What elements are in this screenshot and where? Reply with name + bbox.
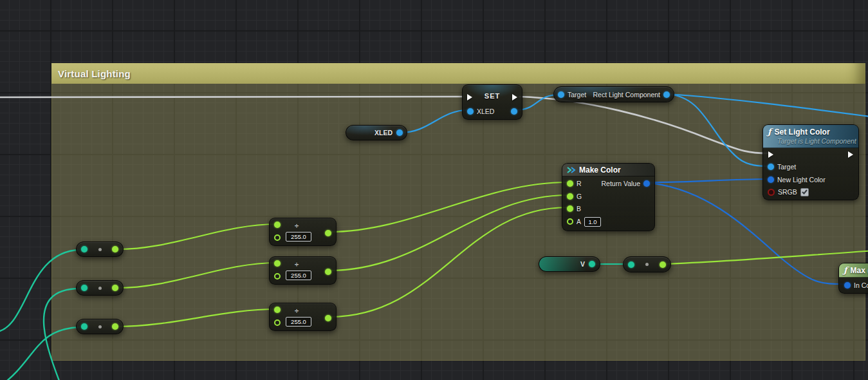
conversion-dot-icon — [98, 287, 102, 290]
b-pin[interactable] — [567, 205, 573, 212]
divide-icon: ÷ — [295, 261, 299, 267]
rect-light-pill-sheen — [554, 87, 674, 102]
set-xled-node[interactable]: SET XLED — [462, 84, 522, 120]
srgb-checkbox[interactable] — [800, 188, 809, 196]
xled-input-pin[interactable] — [467, 108, 474, 115]
srgb-pin[interactable] — [768, 189, 775, 196]
byte-input-pin[interactable] — [628, 261, 634, 268]
byte-input-pin[interactable] — [81, 323, 88, 330]
set-light-color-title: Set Light Color — [775, 128, 830, 137]
make-color-header: Make Color — [562, 164, 654, 176]
divide-node-3[interactable]: ÷ 255.0 — [269, 303, 337, 331]
g-pin[interactable] — [567, 193, 573, 200]
byte-input-pin[interactable] — [81, 285, 88, 291]
dividend-pin[interactable] — [274, 307, 281, 313]
result-pin[interactable] — [325, 230, 331, 236]
byte-to-float-conversion-node-2[interactable] — [76, 280, 124, 296]
r-label: R — [577, 180, 582, 187]
exec-out-pin[interactable] — [848, 151, 853, 158]
exec-out-pin[interactable] — [512, 94, 517, 100]
comment-box-virtual-lighting: Virtual Lighting — [51, 63, 865, 361]
byte-to-float-conversion-node-3[interactable] — [76, 319, 124, 334]
divisor-pin[interactable] — [274, 234, 281, 241]
g-label: G — [577, 193, 582, 200]
divide-node-2[interactable]: ÷ 255.0 — [269, 256, 337, 285]
rect-light-component-node[interactable]: Target Rect Light Component — [553, 86, 674, 102]
new-light-color-label: New Light Color — [777, 176, 826, 184]
v-variable-node[interactable]: V — [539, 256, 600, 272]
target-label: Target — [777, 163, 796, 171]
max-node[interactable]: ƒ Max ( In Col — [838, 263, 868, 294]
return-value-pin[interactable] — [643, 180, 650, 187]
in-color-label: In Col — [854, 281, 868, 289]
blueprint-graph-canvas[interactable]: Virtual Lighting SET — [0, 0, 868, 380]
conversion-dot-icon — [645, 263, 649, 266]
divisor-value-input[interactable]: 255.0 — [286, 271, 311, 280]
exec-in-pin[interactable] — [768, 151, 773, 158]
b-label: B — [577, 205, 581, 213]
result-pin[interactable] — [325, 315, 331, 321]
divisor-pin[interactable] — [274, 319, 281, 326]
byte-to-float-conversion-node-1[interactable] — [76, 242, 124, 257]
function-icon: ƒ — [768, 128, 771, 136]
byte-input-pin[interactable] — [81, 246, 88, 252]
make-color-title: Make Color — [579, 166, 621, 175]
xled-variable-node[interactable]: XLED — [346, 125, 407, 140]
divisor-value-input[interactable]: 255.0 — [286, 317, 311, 327]
a-value-input[interactable]: 1.0 — [584, 217, 601, 227]
make-color-node[interactable]: Make Color R Return Value G B A 1.0 — [562, 163, 655, 231]
dividend-pin[interactable] — [274, 222, 281, 228]
max-node-title: Max ( — [851, 266, 868, 275]
target-pin[interactable] — [768, 164, 774, 170]
set-light-color-subtitle: Target is Light Component — [777, 137, 856, 145]
r-pin[interactable] — [567, 180, 573, 187]
byte-to-float-conversion-node-4[interactable] — [623, 256, 671, 272]
divide-node-1[interactable]: ÷ 255.0 — [269, 218, 337, 246]
dividend-pin[interactable] — [274, 260, 281, 267]
float-output-pin[interactable] — [112, 246, 118, 252]
checkmark-icon — [802, 189, 808, 195]
xled-value-output-pin[interactable] — [511, 108, 517, 115]
new-light-color-pin[interactable] — [768, 176, 774, 183]
comment-title: Virtual Lighting — [58, 68, 131, 79]
comment-header[interactable]: Virtual Lighting — [51, 63, 865, 84]
divisor-value-input[interactable]: 255.0 — [286, 232, 311, 242]
float-output-pin[interactable] — [112, 285, 118, 291]
float-output-pin[interactable] — [112, 323, 118, 330]
conversion-dot-icon — [98, 248, 102, 251]
conversion-dot-icon — [98, 325, 102, 328]
set-light-color-node[interactable]: ƒ Set Light Color Target is Light Compon… — [762, 124, 859, 200]
function-icon: ƒ — [844, 266, 847, 274]
v-pill-sheen — [539, 257, 600, 271]
in-color-pin[interactable] — [844, 282, 851, 289]
divide-icon: ÷ — [295, 222, 299, 229]
xled-input-label: XLED — [477, 108, 494, 115]
a-pin[interactable] — [567, 218, 573, 225]
divide-icon: ÷ — [295, 307, 299, 314]
result-pin[interactable] — [325, 269, 331, 275]
return-value-label: Return Value — [601, 180, 640, 187]
srgb-label: SRGB — [778, 188, 797, 196]
xled-pill-sheen — [346, 126, 407, 140]
max-node-header: ƒ Max ( — [839, 263, 868, 278]
make-struct-icon — [567, 167, 576, 173]
comment-body — [51, 84, 865, 361]
float-output-pin[interactable] — [660, 261, 666, 268]
divisor-pin[interactable] — [274, 273, 281, 280]
a-label: A — [577, 218, 581, 225]
